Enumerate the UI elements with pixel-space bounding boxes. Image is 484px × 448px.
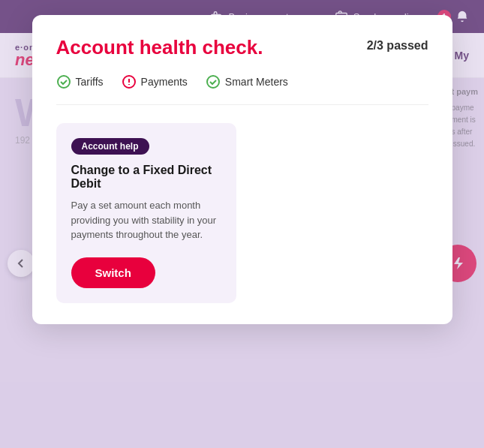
card-description: Pay a set amount each month providing yo… bbox=[71, 198, 221, 242]
warning-icon bbox=[122, 74, 137, 89]
check-smart-meters: Smart Meters bbox=[206, 74, 288, 89]
check-tariffs: Tariffs bbox=[56, 74, 104, 89]
card-title: Change to a Fixed Direct Debit bbox=[71, 164, 221, 191]
checks-row: Tariffs Payments Smart Meters bbox=[56, 74, 428, 105]
checkmark-icon bbox=[56, 74, 71, 89]
svg-point-4 bbox=[207, 76, 219, 88]
modal-title: Account health check. bbox=[56, 36, 263, 59]
switch-button[interactable]: Switch bbox=[71, 257, 155, 288]
help-card: Account help Change to a Fixed Direct De… bbox=[56, 123, 236, 303]
health-check-modal: Account health check. 2/3 passed Tariffs… bbox=[32, 15, 452, 324]
modal-header: Account health check. 2/3 passed bbox=[56, 36, 428, 59]
passed-badge: 2/3 passed bbox=[367, 36, 428, 53]
svg-point-2 bbox=[58, 76, 70, 88]
account-help-badge: Account help bbox=[71, 138, 149, 155]
modal-overlay: Account health check. 2/3 passed Tariffs… bbox=[0, 0, 484, 448]
check-payments: Payments bbox=[122, 74, 188, 89]
checkmark-icon bbox=[206, 74, 221, 89]
